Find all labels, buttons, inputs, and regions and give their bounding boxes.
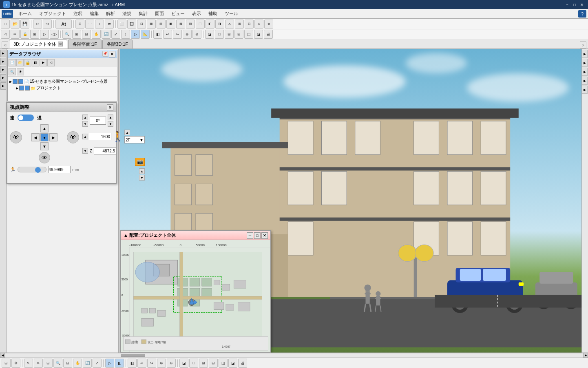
tb2-icon-7[interactable]: ⊟	[82, 30, 91, 39]
bt-icon-11[interactable]: ▷	[105, 359, 114, 368]
tb2-icon-19[interactable]: ◪	[205, 30, 214, 39]
sidebar-btn-3[interactable]: ▶	[0, 66, 6, 73]
main-h-scrollbar[interactable]: ◀ ▶	[0, 353, 588, 357]
map-minimize-btn[interactable]: ─	[247, 232, 253, 239]
tb2-icon-21[interactable]: ⊞	[225, 30, 234, 39]
toolbar-icon-2[interactable]: ⋮⋮	[85, 20, 94, 29]
bt-icon-1[interactable]: ⊞	[2, 359, 11, 368]
camera-btn[interactable]: 📷	[135, 158, 145, 166]
speed-toggle[interactable]	[18, 115, 34, 121]
tb2-icon-8[interactable]: ✋	[92, 30, 101, 39]
right-strip-btn-1[interactable]: ▶	[582, 50, 588, 58]
db-btn-2[interactable]: 📁	[16, 59, 24, 66]
toolbar-icon-11[interactable]: ⊠	[176, 20, 185, 29]
toolbar-icon-4[interactable]: ⇌	[105, 20, 114, 29]
tb2-icon-18[interactable]: ⊖	[192, 30, 201, 39]
toolbar-icon-7[interactable]: ⊡	[137, 20, 146, 29]
tree-check-2[interactable]	[19, 86, 24, 90]
tree-check-2b[interactable]	[25, 86, 30, 90]
speed-value-input[interactable]	[48, 166, 71, 173]
right-strip-btn-2[interactable]: ▶	[582, 59, 588, 67]
bt-icon-18[interactable]: ◪	[179, 359, 188, 368]
tree-row-2[interactable]: ▶ 📁 プロジェクト	[9, 85, 115, 91]
tb2-icon-9[interactable]: 🔄	[102, 30, 111, 39]
toolbar-icon-17[interactable]: ⊞	[235, 20, 244, 29]
bt-icon-7[interactable]: ⊟	[63, 359, 72, 368]
toolbar-icon-12[interactable]: ▧	[186, 20, 195, 29]
angle-down-btn[interactable]: ▼	[82, 121, 88, 127]
bt-icon-14[interactable]: ↩	[137, 359, 146, 368]
db-filter-btn-2[interactable]: 👁	[17, 68, 24, 75]
height-up-btn[interactable]: ▲	[82, 134, 88, 139]
bt-icon-22[interactable]: ◫	[219, 359, 228, 368]
right-strip-btn-5[interactable]: ▶	[582, 86, 588, 94]
arrow-e[interactable]: ▶	[49, 133, 57, 141]
map-close-btn[interactable]: ✕	[261, 232, 268, 239]
arrow-w[interactable]: ◀	[31, 133, 40, 141]
data-browser-close-btn[interactable]: ✕	[109, 51, 115, 57]
save-button[interactable]: 💾	[20, 20, 29, 29]
menu-item-view[interactable]: ビュー	[168, 9, 188, 18]
arrow-center[interactable]: ●	[40, 133, 49, 141]
db-btn-5[interactable]: ▶	[40, 59, 47, 66]
redo-button[interactable]: ↪	[43, 20, 52, 29]
tb2-icon-5[interactable]: ◁▷	[50, 30, 59, 39]
tb2-icon-1[interactable]: ✏	[11, 30, 20, 39]
angle-input[interactable]: 0 °	[90, 117, 106, 125]
angle-up-btn[interactable]: ▲	[82, 115, 88, 120]
db-filter-btn-1[interactable]: 🔍	[9, 68, 16, 75]
tb2-icon-2[interactable]: 🔒	[20, 30, 29, 39]
menu-item-regulation[interactable]: 法規	[119, 9, 135, 18]
right-strip-btn-3[interactable]: ▶	[582, 68, 588, 76]
db-btn-3[interactable]: 🔒	[24, 59, 31, 66]
tb2-icon-16[interactable]: ↪	[173, 30, 182, 39]
toolbar-icon-5[interactable]: ⬜	[117, 20, 126, 29]
tb2-icon-10[interactable]: ⤢	[111, 30, 120, 39]
bt-icon-19[interactable]: □	[189, 359, 198, 368]
h-scroll-left-btn[interactable]: ◀	[0, 353, 5, 358]
menu-item-home[interactable]: ホーム	[15, 9, 35, 18]
toolbar-icon-1[interactable]: ⊞	[75, 20, 84, 29]
tb2-search-icon[interactable]: 🔍	[62, 30, 71, 39]
viewpoint-close-btn[interactable]: ✕	[107, 104, 113, 111]
sidebar-btn-5[interactable]: ▶	[0, 82, 6, 90]
view-eye-down[interactable]: 👁	[39, 152, 50, 163]
tb2-icon-11[interactable]: ↕	[121, 30, 130, 39]
view-eye-right[interactable]: 👁	[67, 131, 79, 143]
tab-floor-3d[interactable]: 各階3D:1F	[102, 40, 133, 48]
menu-item-edit[interactable]: 編集	[86, 9, 102, 18]
tree-check-1b[interactable]	[18, 79, 23, 84]
tb2-icon-15[interactable]: ↩	[163, 30, 172, 39]
toolbar-icon-14[interactable]: ◧	[206, 20, 214, 29]
toolbar-icon-8[interactable]: ▦	[147, 20, 156, 29]
menu-item-object[interactable]: オブジェクト	[35, 9, 70, 18]
toolbar-icon-18[interactable]: ⊟	[245, 20, 254, 29]
height-input[interactable]: 1600	[89, 133, 111, 140]
h-scroll-track[interactable]	[5, 354, 583, 357]
bt-icon-16[interactable]: ⊕	[157, 359, 166, 368]
toolbar-icon-15[interactable]: ◨	[215, 20, 224, 29]
tab-expand-button[interactable]: ▷	[580, 41, 586, 48]
floor-up-btn[interactable]: ▲	[124, 130, 130, 135]
tb2-icon-6[interactable]: ⊞	[72, 30, 81, 39]
tb2-icon-4[interactable]: ▷	[40, 30, 49, 39]
db-btn-1[interactable]: 📄	[9, 59, 16, 66]
speed-slider[interactable]	[18, 167, 46, 172]
tree-row-1[interactable]: ▶ 📄 15-せきまち公園マンション-プレゼン-点景	[9, 78, 115, 85]
bt-icon-13[interactable]: ◧	[128, 359, 137, 368]
maximize-button[interactable]: □	[572, 2, 577, 7]
data-browser-pin-btn[interactable]: 📌	[102, 51, 108, 57]
tb2-icon-25[interactable]: 🖨	[264, 30, 273, 39]
sidebar-btn-4[interactable]: ▶	[0, 74, 6, 82]
bt-icon-4[interactable]: ✏	[34, 359, 43, 368]
height-down-btn[interactable]: ▼	[82, 148, 88, 154]
open-button[interactable]: 📂	[11, 20, 20, 29]
map-canvas[interactable]: -100000 -50000 0 50000 100000 10000 5000…	[121, 240, 270, 352]
toolbar-icon-19[interactable]: ⊕	[254, 20, 263, 29]
bt-icon-3[interactable]: ↖	[24, 359, 33, 368]
bt-icon-24[interactable]: 🖨	[238, 359, 247, 368]
menu-item-annotation[interactable]: 注釈	[70, 9, 86, 18]
help-button[interactable]: ?	[578, 10, 586, 18]
bt-icon-21[interactable]: ⊟	[209, 359, 218, 368]
tab-3d-project[interactable]: 3D:プロジェクト全体 ✕	[9, 40, 67, 48]
